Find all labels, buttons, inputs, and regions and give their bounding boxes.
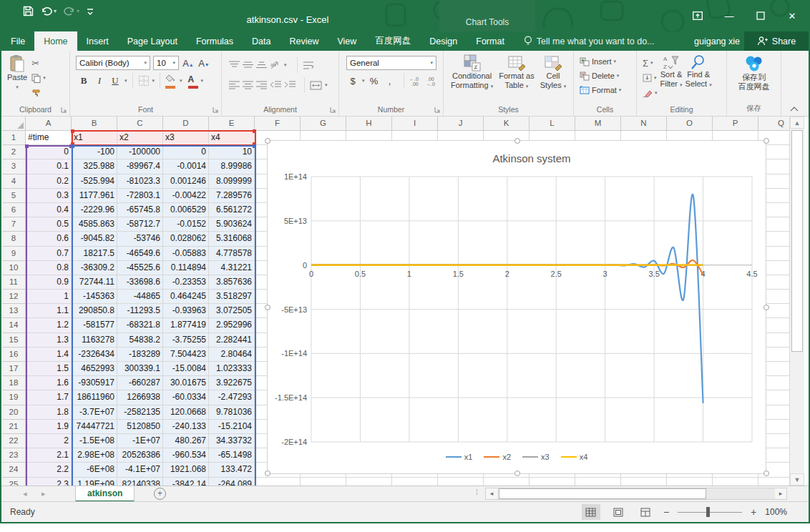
cell-E14[interactable]: 2.952996	[209, 318, 255, 332]
ribbon-tab-百度网盘[interactable]: 百度网盘	[366, 31, 420, 51]
cell-B6[interactable]: -2229.96	[72, 203, 117, 217]
cell-E7[interactable]: 5.903624	[209, 217, 255, 232]
cell-E19[interactable]: -2.47293	[209, 390, 255, 405]
ribbon-tab-formulas[interactable]: Formulas	[187, 31, 243, 51]
cell-C23[interactable]: 20526386	[117, 448, 163, 463]
copy-dropdown-icon[interactable]: ▾	[43, 75, 46, 81]
user-account[interactable]: guigang xie	[694, 31, 740, 51]
autosum-dropdown-icon[interactable]: ▾	[650, 60, 653, 66]
middle-align-button[interactable]	[243, 61, 253, 69]
cell-C10[interactable]: -45525.6	[117, 261, 163, 275]
insert-cells-dropdown-icon[interactable]: ▾	[614, 59, 617, 64]
row-header-9[interactable]: 9	[2, 247, 26, 261]
cell-M25[interactable]	[575, 478, 621, 486]
cell-D12[interactable]: 0.464245	[163, 290, 209, 304]
ribbon-tab-page-layout[interactable]: Page Layout	[118, 31, 187, 51]
cell-C7[interactable]: -58712.7	[117, 217, 163, 232]
scroll-right-button[interactable]: ▸	[775, 488, 786, 499]
cell-E15[interactable]: 2.282441	[209, 333, 255, 348]
chart-selection-handle[interactable]	[514, 471, 520, 476]
column-header-l[interactable]: L	[530, 117, 575, 131]
maximize-button[interactable]	[750, 7, 771, 26]
cell-C18[interactable]: -660287	[117, 376, 163, 390]
cell-C13[interactable]: -11293.5	[117, 304, 163, 318]
cell-B7[interactable]: 4585.863	[72, 217, 117, 232]
ribbon-tab-view[interactable]: View	[328, 31, 366, 51]
row-header-21[interactable]: 21	[2, 420, 26, 434]
legend-item-x4[interactable]: x4	[561, 453, 588, 461]
cell-C3[interactable]: -89967.4	[117, 159, 163, 174]
cell-E11[interactable]: 3.857636	[209, 275, 255, 290]
ribbon-tab-data[interactable]: Data	[243, 31, 280, 51]
italic-button[interactable]: I	[93, 75, 106, 87]
tab-splitter-handle[interactable]: ⁞	[476, 488, 478, 496]
cell-C25[interactable]: 82140338	[117, 478, 163, 486]
collapse-ribbon-button[interactable]	[790, 106, 799, 112]
underline-button[interactable]: U	[109, 75, 122, 87]
cell-B23[interactable]: 2.98E+08	[72, 448, 117, 463]
clear-button[interactable]: ▾	[643, 86, 658, 100]
cell-A9[interactable]: 0.7	[26, 247, 72, 261]
previous-sheet-button[interactable]: ◂	[23, 486, 27, 501]
undo-dropdown-icon[interactable]: ▾	[54, 8, 57, 14]
legend-item-x2[interactable]: x2	[484, 453, 511, 461]
cell-B18[interactable]: -9305917	[72, 376, 117, 390]
number-format-select[interactable]: General▾	[346, 56, 436, 70]
underline-dropdown-icon[interactable]: ▾	[125, 78, 127, 84]
cell-D6[interactable]: 0.006529	[163, 203, 209, 217]
cell-A6[interactable]: 0.4	[26, 203, 72, 217]
scroll-left-button[interactable]: ◂	[486, 488, 497, 499]
row-header-6[interactable]: 6	[2, 203, 26, 217]
paste-dropdown-icon[interactable]: ▾	[16, 82, 19, 92]
zoom-in-button[interactable]: +	[751, 506, 756, 518]
increase-decimal-button[interactable]: ←.0.00	[409, 76, 423, 86]
row-header-7[interactable]: 7	[2, 217, 26, 232]
cell-E16[interactable]: 2.80464	[209, 348, 255, 362]
sheet-tab-atkinson[interactable]: atkinson	[75, 486, 135, 502]
chart-selection-handle[interactable]	[763, 138, 769, 144]
cell-A13[interactable]: 1.1	[26, 304, 72, 318]
fill-color-dropdown-icon[interactable]: ▾	[180, 78, 182, 84]
cell-E17[interactable]: 1.023333	[209, 362, 255, 376]
cell-A11[interactable]: 0.9	[26, 275, 72, 290]
alignment-dialog-launcher[interactable]	[330, 107, 336, 113]
cell-D1[interactable]: x3	[163, 131, 209, 145]
cell-E3[interactable]: 8.99986	[209, 159, 255, 174]
cell-D14[interactable]: 1.877419	[163, 318, 209, 332]
close-button[interactable]: ✕	[781, 7, 803, 26]
ribbon-tab-design[interactable]: Design	[420, 31, 467, 51]
cell-H25[interactable]	[346, 478, 392, 486]
decrease-font-size-button[interactable]: A▼	[197, 58, 210, 69]
cell-P25[interactable]	[713, 478, 758, 486]
page-layout-view-button[interactable]	[609, 504, 628, 520]
cell-C5[interactable]: -72803.1	[117, 189, 163, 203]
column-header-f[interactable]: F	[255, 117, 301, 131]
cell-C2[interactable]: -100000	[117, 145, 163, 159]
cell-E5[interactable]: 7.289576	[209, 189, 255, 203]
font-dialog-launcher[interactable]	[213, 107, 219, 113]
font-size-select[interactable]: 10▾	[153, 56, 179, 70]
cell-A15[interactable]: 1.3	[26, 333, 72, 348]
vertical-scrollbar-thumb[interactable]	[791, 130, 803, 352]
cell-A7[interactable]: 0.5	[26, 217, 72, 232]
cell-E13[interactable]: 3.072505	[209, 304, 255, 318]
cell-D19[interactable]: -60.0334	[163, 390, 209, 405]
cell-C21[interactable]: 5120850	[117, 420, 163, 434]
row-header-12[interactable]: 12	[2, 290, 26, 304]
font-name-select[interactable]: Calibri (Body)▾	[76, 56, 150, 70]
cell-D15[interactable]: -3.75255	[163, 333, 209, 348]
chart-selection-handle[interactable]	[514, 138, 520, 144]
cell-C12[interactable]: -44865	[117, 290, 163, 304]
cell-C9[interactable]: -46549.6	[117, 247, 163, 261]
cell-J25[interactable]	[438, 478, 484, 486]
cell-A8[interactable]: 0.6	[26, 232, 72, 246]
autosum-button[interactable]: Σ ▾	[643, 56, 658, 70]
decrease-decimal-button[interactable]: .00→.0	[426, 76, 439, 86]
column-header-k[interactable]: K	[484, 117, 530, 131]
ribbon-tab-home[interactable]: Home	[34, 31, 77, 51]
cell-B17[interactable]: 4652993	[72, 362, 117, 376]
row-header-2[interactable]: 2	[2, 145, 26, 159]
increase-font-size-button[interactable]: A▲	[182, 58, 195, 69]
cell-A21[interactable]: 1.9	[26, 420, 72, 434]
column-header-b[interactable]: B	[72, 117, 117, 131]
